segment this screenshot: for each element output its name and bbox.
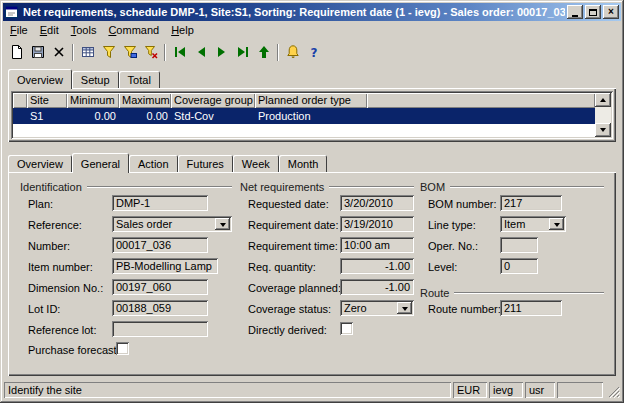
remove-filter-icon[interactable]: [140, 42, 161, 63]
requirement-date-field[interactable]: 3/19/2010: [340, 216, 414, 232]
menu-file[interactable]: File: [4, 22, 34, 39]
tab-total[interactable]: Total: [119, 71, 160, 88]
toolbar: ?: [3, 39, 621, 65]
number-field[interactable]: 00017_036: [112, 237, 208, 253]
row-selector-cell[interactable]: [13, 108, 27, 124]
tab-general[interactable]: General: [72, 153, 129, 173]
bom-group-title: BOM: [420, 181, 450, 193]
last-record-icon[interactable]: [232, 42, 253, 63]
item-number-field[interactable]: PB-Modelling Lamp: [112, 258, 218, 274]
overview-tabstrip: Overview Setup Total: [8, 68, 616, 88]
directly-derived-checkbox[interactable]: [340, 322, 353, 335]
bom-number-field[interactable]: 217: [500, 195, 562, 211]
new-icon[interactable]: [6, 42, 27, 63]
req-quantity-field[interactable]: -1.00: [340, 258, 414, 274]
cell-site[interactable]: S1: [27, 108, 67, 124]
grid-header-maximum[interactable]: Maximum: [119, 93, 171, 108]
requirement-time-field[interactable]: 10:00 am: [340, 237, 414, 253]
grid-header-row: Site Minimum Maximum Coverage group Plan…: [13, 93, 595, 108]
maximize-icon: [589, 9, 597, 16]
line-type-select[interactable]: Item: [500, 216, 566, 232]
help-icon[interactable]: ?: [303, 42, 324, 63]
grid-header-site[interactable]: Site: [27, 93, 67, 108]
save-icon[interactable]: [27, 42, 48, 63]
coverage-status-label: Coverage status:: [248, 303, 331, 315]
tab-setup[interactable]: Setup: [72, 71, 119, 88]
scroll-up-button[interactable]: [595, 93, 611, 107]
tab-overview-top[interactable]: Overview: [8, 69, 72, 89]
grid-header-minimum[interactable]: Minimum: [67, 93, 119, 108]
plan-field[interactable]: DMP-1: [112, 195, 208, 211]
reference-dropdown-button[interactable]: [215, 218, 230, 230]
coverage-planned-field[interactable]: -1.00: [340, 279, 414, 295]
purchase-forecast-checkbox[interactable]: [116, 342, 129, 355]
coverage-status-select[interactable]: Zero: [340, 300, 414, 316]
level-field[interactable]: 0: [500, 258, 538, 274]
close-button[interactable]: ×: [603, 5, 619, 19]
next-record-icon[interactable]: [211, 42, 232, 63]
reference-select[interactable]: Sales order: [112, 216, 232, 232]
requested-date-label: Requested date:: [248, 198, 329, 210]
cell-coverage-group[interactable]: Std-Cov: [171, 108, 255, 124]
grid-icon[interactable]: [77, 42, 98, 63]
resize-grip[interactable]: [605, 382, 620, 398]
cell-planned-order-type[interactable]: Production: [255, 108, 367, 124]
requested-date-field[interactable]: 3/20/2010: [340, 195, 414, 211]
toolbar-separator: [164, 44, 166, 61]
coverage-status-value: Zero: [344, 302, 367, 314]
lot-id-label: Lot ID:: [28, 303, 60, 315]
delete-icon[interactable]: [48, 42, 69, 63]
maximize-button[interactable]: [585, 5, 601, 19]
dimension-no-label: Dimension No.:: [28, 282, 103, 294]
tab-action[interactable]: Action: [129, 155, 178, 172]
line-type-dropdown-button[interactable]: [549, 218, 564, 230]
previous-record-icon[interactable]: [190, 42, 211, 63]
menu-help[interactable]: Help: [165, 22, 200, 39]
oper-no-field[interactable]: [500, 237, 538, 253]
cell-filler: [367, 108, 595, 124]
coverage-status-dropdown-button[interactable]: [397, 302, 412, 314]
grid-vertical-scrollbar[interactable]: [595, 93, 611, 137]
directly-derived-label: Directly derived:: [248, 324, 327, 336]
reference-lot-field[interactable]: [112, 321, 208, 337]
grid-header-selector[interactable]: [13, 93, 27, 108]
up-icon[interactable]: [253, 42, 274, 63]
tab-overview-detail[interactable]: Overview: [8, 155, 72, 172]
route-number-field[interactable]: 211: [500, 300, 562, 316]
lot-id-field[interactable]: 00188_059: [112, 300, 208, 316]
net-requirements-group-header: Net requirements: [240, 180, 414, 193]
req-quantity-label: Req. quantity:: [248, 261, 316, 273]
filter-icon[interactable]: [98, 42, 119, 63]
minimize-button[interactable]: [567, 5, 583, 19]
title-bar: Net requirements, schedule DMP-1, Site:S…: [3, 3, 621, 21]
chevron-down-icon: [402, 307, 408, 311]
grid-empty-area: [13, 124, 595, 137]
requirement-time-label: Requirement time:: [248, 240, 338, 252]
table-row[interactable]: S1 0.00 0.00 Std-Cov Production: [13, 108, 595, 124]
menu-edit[interactable]: Edit: [34, 22, 65, 39]
dimension-no-field[interactable]: 00197_060: [112, 279, 208, 295]
tab-week[interactable]: Week: [233, 155, 279, 172]
grid-header-coverage-group[interactable]: Coverage group: [171, 93, 255, 108]
cell-maximum[interactable]: 0.00: [119, 108, 171, 124]
identification-group-header: Identification: [20, 180, 232, 193]
oper-no-label: Oper. No.:: [428, 240, 478, 252]
close-icon: ×: [608, 7, 614, 17]
scroll-down-button[interactable]: [595, 123, 611, 137]
item-number-label: Item number:: [28, 261, 93, 273]
tab-futures[interactable]: Futures: [178, 155, 233, 172]
bom-number-label: BOM number:: [428, 198, 496, 210]
cell-minimum[interactable]: 0.00: [67, 108, 119, 124]
grid-header-planned-order-type[interactable]: Planned order type: [255, 93, 367, 108]
reference-label: Reference:: [28, 219, 82, 231]
detail-tabstrip: Overview General Action Futures Week Mon…: [8, 152, 616, 172]
filter-by-selection-icon[interactable]: [119, 42, 140, 63]
alert-icon[interactable]: [282, 42, 303, 63]
status-company: ievg: [489, 382, 523, 398]
tab-month[interactable]: Month: [279, 155, 328, 172]
bom-group-header: BOM: [420, 180, 604, 193]
menu-tools[interactable]: Tools: [65, 22, 103, 39]
resize-grip-icon: [607, 385, 620, 398]
menu-command[interactable]: Command: [102, 22, 165, 39]
first-record-icon[interactable]: [169, 42, 190, 63]
